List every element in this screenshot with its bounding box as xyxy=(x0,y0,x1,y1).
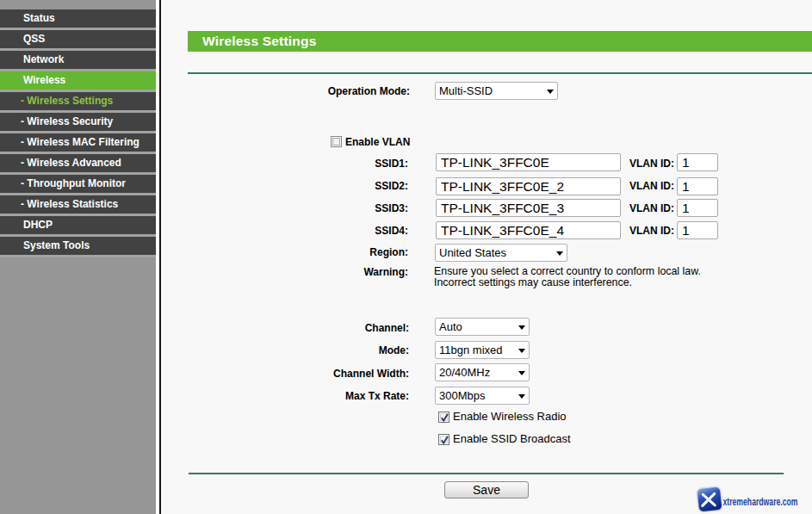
svg-text:xtremehardware.com: xtremehardware.com xyxy=(723,495,798,508)
